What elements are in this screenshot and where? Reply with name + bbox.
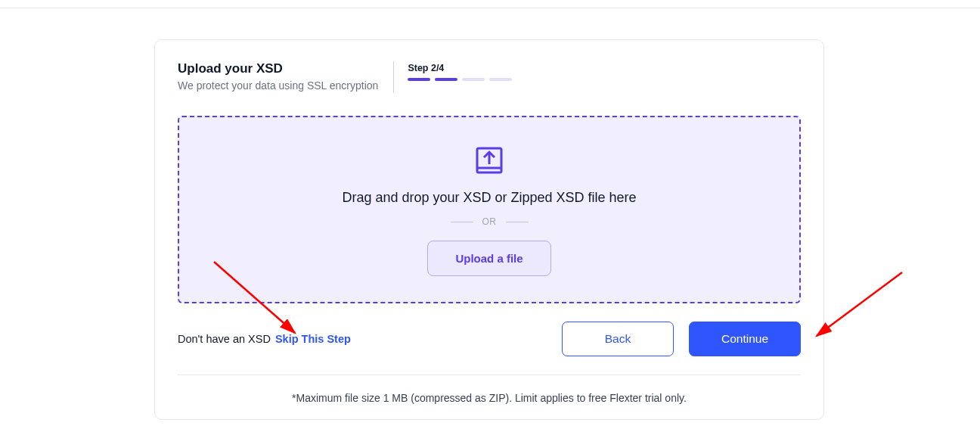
or-separator: OR xyxy=(451,216,529,227)
upload-card: Upload your XSD We protect your data usi… xyxy=(154,39,824,420)
skip-section: Don't have an XSD Skip This Step xyxy=(178,333,351,345)
progress-segment-filled xyxy=(435,78,457,81)
step-label: Step 2/4 xyxy=(408,63,512,73)
dropzone-instruction: Drag and drop your XSD or Zipped XSD fil… xyxy=(342,190,636,206)
skip-prefix-text: Don't have an XSD xyxy=(178,333,271,345)
card-footer: Don't have an XSD Skip This Step Back Co… xyxy=(178,322,801,375)
button-row: Back Continue xyxy=(562,322,801,356)
header-divider xyxy=(393,61,394,93)
continue-button[interactable]: Continue xyxy=(689,322,801,356)
card-header: Upload your XSD We protect your data usi… xyxy=(178,61,801,93)
or-line-left xyxy=(451,222,473,222)
upload-icon xyxy=(473,145,505,176)
page-subtitle: We protect your data using SSL encryptio… xyxy=(178,79,378,92)
step-indicator: Step 2/4 xyxy=(408,61,512,81)
upload-file-button[interactable]: Upload a file xyxy=(427,241,550,276)
back-button[interactable]: Back xyxy=(562,322,674,356)
progress-segment-empty xyxy=(462,78,485,81)
progress-bar xyxy=(408,78,512,81)
file-dropzone[interactable]: Drag and drop your XSD or Zipped XSD fil… xyxy=(178,116,801,303)
page-top-divider xyxy=(0,8,980,8)
header-text-block: Upload your XSD We protect your data usi… xyxy=(178,61,393,92)
or-line-right xyxy=(506,222,529,222)
progress-segment-empty xyxy=(489,78,512,81)
svg-line-6 xyxy=(817,272,902,336)
or-text: OR xyxy=(482,216,497,227)
file-size-note: *Maximum file size 1 MB (compressed as Z… xyxy=(178,392,801,404)
page-title: Upload your XSD xyxy=(178,61,378,76)
skip-step-link[interactable]: Skip This Step xyxy=(275,333,351,345)
progress-segment-filled xyxy=(408,78,430,81)
